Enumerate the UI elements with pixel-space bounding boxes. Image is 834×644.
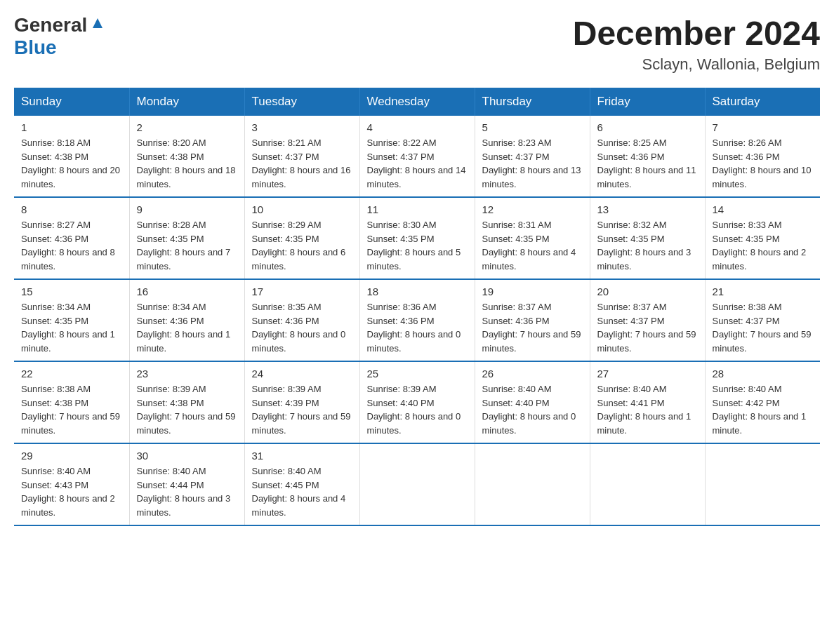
day-info: Sunrise: 8:27 AM Sunset: 4:36 PM Dayligh… bbox=[21, 218, 122, 273]
empty-cell bbox=[590, 443, 705, 525]
day-cell-16: 16 Sunrise: 8:34 AM Sunset: 4:36 PM Dayl… bbox=[129, 279, 244, 361]
day-cell-29: 29 Sunrise: 8:40 AM Sunset: 4:43 PM Dayl… bbox=[14, 443, 129, 525]
day-number: 7 bbox=[713, 121, 814, 133]
week-row-1: 1 Sunrise: 8:18 AM Sunset: 4:38 PM Dayli… bbox=[14, 116, 820, 197]
day-cell-19: 19 Sunrise: 8:37 AM Sunset: 4:36 PM Dayl… bbox=[475, 279, 590, 361]
day-cell-27: 27 Sunrise: 8:40 AM Sunset: 4:41 PM Dayl… bbox=[590, 361, 705, 443]
day-cell-30: 30 Sunrise: 8:40 AM Sunset: 4:44 PM Dayl… bbox=[129, 443, 244, 525]
logo-triangle-icon bbox=[90, 15, 105, 31]
day-cell-1: 1 Sunrise: 8:18 AM Sunset: 4:38 PM Dayli… bbox=[14, 116, 129, 197]
header-cell-monday: Monday bbox=[129, 88, 244, 116]
day-info: Sunrise: 8:31 AM Sunset: 4:35 PM Dayligh… bbox=[482, 218, 583, 273]
day-number: 30 bbox=[137, 450, 237, 462]
day-number: 20 bbox=[597, 286, 698, 297]
day-number: 2 bbox=[137, 121, 237, 133]
day-info: Sunrise: 8:32 AM Sunset: 4:35 PM Dayligh… bbox=[597, 218, 698, 273]
day-cell-3: 3 Sunrise: 8:21 AM Sunset: 4:37 PM Dayli… bbox=[244, 116, 359, 197]
day-number: 9 bbox=[137, 203, 237, 215]
week-row-3: 15 Sunrise: 8:34 AM Sunset: 4:35 PM Dayl… bbox=[14, 279, 820, 361]
day-cell-20: 20 Sunrise: 8:37 AM Sunset: 4:37 PM Dayl… bbox=[590, 279, 705, 361]
day-cell-18: 18 Sunrise: 8:36 AM Sunset: 4:36 PM Dayl… bbox=[359, 279, 475, 361]
day-cell-14: 14 Sunrise: 8:33 AM Sunset: 4:35 PM Dayl… bbox=[705, 197, 820, 279]
calendar-body: 1 Sunrise: 8:18 AM Sunset: 4:38 PM Dayli… bbox=[14, 116, 820, 525]
week-row-4: 22 Sunrise: 8:38 AM Sunset: 4:38 PM Dayl… bbox=[14, 361, 820, 443]
day-number: 15 bbox=[21, 286, 122, 297]
day-number: 25 bbox=[367, 368, 468, 380]
day-info: Sunrise: 8:38 AM Sunset: 4:37 PM Dayligh… bbox=[713, 300, 814, 355]
header-cell-thursday: Thursday bbox=[475, 88, 590, 116]
day-cell-28: 28 Sunrise: 8:40 AM Sunset: 4:42 PM Dayl… bbox=[705, 361, 820, 443]
day-info: Sunrise: 8:37 AM Sunset: 4:37 PM Dayligh… bbox=[597, 300, 698, 355]
day-cell-9: 9 Sunrise: 8:28 AM Sunset: 4:35 PM Dayli… bbox=[129, 197, 244, 279]
day-cell-31: 31 Sunrise: 8:40 AM Sunset: 4:45 PM Dayl… bbox=[244, 443, 359, 525]
logo: General Blue bbox=[14, 14, 105, 59]
header-cell-saturday: Saturday bbox=[705, 88, 820, 116]
header-cell-friday: Friday bbox=[590, 88, 705, 116]
svg-marker-0 bbox=[93, 18, 102, 28]
day-info: Sunrise: 8:35 AM Sunset: 4:36 PM Dayligh… bbox=[252, 300, 352, 355]
day-cell-13: 13 Sunrise: 8:32 AM Sunset: 4:35 PM Dayl… bbox=[590, 197, 705, 279]
day-cell-26: 26 Sunrise: 8:40 AM Sunset: 4:40 PM Dayl… bbox=[475, 361, 590, 443]
day-info: Sunrise: 8:40 AM Sunset: 4:44 PM Dayligh… bbox=[137, 464, 237, 519]
day-info: Sunrise: 8:18 AM Sunset: 4:38 PM Dayligh… bbox=[21, 136, 122, 191]
day-cell-25: 25 Sunrise: 8:39 AM Sunset: 4:40 PM Dayl… bbox=[359, 361, 475, 443]
day-number: 11 bbox=[367, 203, 468, 215]
month-year-title: December 2024 bbox=[573, 14, 820, 53]
day-number: 3 bbox=[252, 121, 352, 133]
day-number: 23 bbox=[137, 368, 237, 380]
calendar-header: SundayMondayTuesdayWednesdayThursdayFrid… bbox=[14, 88, 820, 116]
day-number: 13 bbox=[597, 203, 698, 215]
day-info: Sunrise: 8:21 AM Sunset: 4:37 PM Dayligh… bbox=[252, 136, 352, 191]
day-number: 14 bbox=[713, 203, 814, 215]
day-cell-7: 7 Sunrise: 8:26 AM Sunset: 4:36 PM Dayli… bbox=[705, 116, 820, 197]
day-info: Sunrise: 8:40 AM Sunset: 4:40 PM Dayligh… bbox=[482, 382, 583, 437]
day-info: Sunrise: 8:40 AM Sunset: 4:45 PM Dayligh… bbox=[252, 464, 352, 519]
day-info: Sunrise: 8:36 AM Sunset: 4:36 PM Dayligh… bbox=[367, 300, 468, 355]
day-number: 27 bbox=[597, 368, 698, 380]
location-subtitle: Sclayn, Wallonia, Belgium bbox=[573, 55, 820, 74]
header-cell-tuesday: Tuesday bbox=[244, 88, 359, 116]
day-cell-10: 10 Sunrise: 8:29 AM Sunset: 4:35 PM Dayl… bbox=[244, 197, 359, 279]
day-number: 4 bbox=[367, 121, 468, 133]
title-section: December 2024 Sclayn, Wallonia, Belgium bbox=[573, 14, 820, 74]
day-number: 24 bbox=[252, 368, 352, 380]
day-info: Sunrise: 8:26 AM Sunset: 4:36 PM Dayligh… bbox=[713, 136, 814, 191]
day-cell-2: 2 Sunrise: 8:20 AM Sunset: 4:38 PM Dayli… bbox=[129, 116, 244, 197]
day-number: 16 bbox=[137, 286, 237, 297]
empty-cell bbox=[705, 443, 820, 525]
day-info: Sunrise: 8:34 AM Sunset: 4:35 PM Dayligh… bbox=[21, 300, 122, 355]
header-row: SundayMondayTuesdayWednesdayThursdayFrid… bbox=[14, 88, 820, 116]
day-number: 8 bbox=[21, 203, 122, 215]
day-cell-8: 8 Sunrise: 8:27 AM Sunset: 4:36 PM Dayli… bbox=[14, 197, 129, 279]
day-info: Sunrise: 8:39 AM Sunset: 4:38 PM Dayligh… bbox=[137, 382, 237, 437]
empty-cell bbox=[475, 443, 590, 525]
day-number: 19 bbox=[482, 286, 583, 297]
empty-cell bbox=[359, 443, 475, 525]
day-cell-6: 6 Sunrise: 8:25 AM Sunset: 4:36 PM Dayli… bbox=[590, 116, 705, 197]
day-info: Sunrise: 8:28 AM Sunset: 4:35 PM Dayligh… bbox=[137, 218, 237, 273]
day-number: 5 bbox=[482, 121, 583, 133]
day-info: Sunrise: 8:40 AM Sunset: 4:43 PM Dayligh… bbox=[21, 464, 122, 519]
week-row-2: 8 Sunrise: 8:27 AM Sunset: 4:36 PM Dayli… bbox=[14, 197, 820, 279]
day-cell-15: 15 Sunrise: 8:34 AM Sunset: 4:35 PM Dayl… bbox=[14, 279, 129, 361]
day-info: Sunrise: 8:23 AM Sunset: 4:37 PM Dayligh… bbox=[482, 136, 583, 191]
day-info: Sunrise: 8:40 AM Sunset: 4:41 PM Dayligh… bbox=[597, 382, 698, 437]
day-cell-23: 23 Sunrise: 8:39 AM Sunset: 4:38 PM Dayl… bbox=[129, 361, 244, 443]
day-cell-22: 22 Sunrise: 8:38 AM Sunset: 4:38 PM Dayl… bbox=[14, 361, 129, 443]
day-info: Sunrise: 8:30 AM Sunset: 4:35 PM Dayligh… bbox=[367, 218, 468, 273]
day-cell-24: 24 Sunrise: 8:39 AM Sunset: 4:39 PM Dayl… bbox=[244, 361, 359, 443]
day-cell-17: 17 Sunrise: 8:35 AM Sunset: 4:36 PM Dayl… bbox=[244, 279, 359, 361]
day-info: Sunrise: 8:22 AM Sunset: 4:37 PM Dayligh… bbox=[367, 136, 468, 191]
day-cell-5: 5 Sunrise: 8:23 AM Sunset: 4:37 PM Dayli… bbox=[475, 116, 590, 197]
day-number: 31 bbox=[252, 450, 352, 462]
day-cell-4: 4 Sunrise: 8:22 AM Sunset: 4:37 PM Dayli… bbox=[359, 116, 475, 197]
day-number: 26 bbox=[482, 368, 583, 380]
day-number: 28 bbox=[713, 368, 814, 380]
logo-general-text: General bbox=[14, 14, 87, 36]
day-info: Sunrise: 8:33 AM Sunset: 4:35 PM Dayligh… bbox=[713, 218, 814, 273]
day-info: Sunrise: 8:40 AM Sunset: 4:42 PM Dayligh… bbox=[713, 382, 814, 437]
day-number: 6 bbox=[597, 121, 698, 133]
day-number: 18 bbox=[367, 286, 468, 297]
day-info: Sunrise: 8:39 AM Sunset: 4:39 PM Dayligh… bbox=[252, 382, 352, 437]
calendar-table: SundayMondayTuesdayWednesdayThursdayFrid… bbox=[14, 88, 820, 526]
